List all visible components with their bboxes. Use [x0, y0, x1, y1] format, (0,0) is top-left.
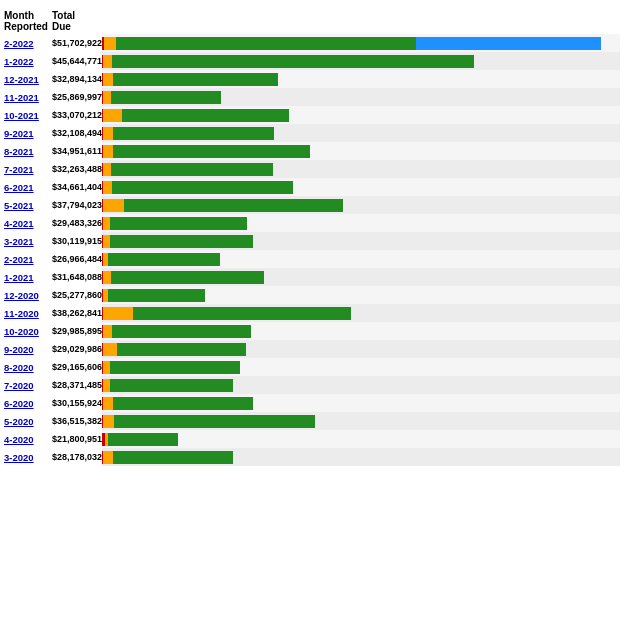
- total-value: $34,661,404: [52, 182, 102, 192]
- segment-green: [108, 289, 206, 302]
- total-value: $28,371,485: [52, 380, 102, 390]
- segment-green: [112, 55, 474, 68]
- bars-header: [102, 12, 620, 34]
- total-value: $32,894,134: [52, 74, 102, 84]
- month-link[interactable]: 4-2020: [4, 434, 52, 445]
- segment-orange: [103, 109, 122, 122]
- label-row: 11-2020$38,262,841: [4, 304, 102, 322]
- total-value: $31,648,088: [52, 272, 102, 282]
- segment-orange: [103, 379, 110, 392]
- label-row: 11-2021$25,869,997: [4, 88, 102, 106]
- label-row: 5-2020$36,515,382: [4, 412, 102, 430]
- segment-green: [117, 343, 246, 356]
- segment-green: [133, 307, 351, 320]
- month-header: MonthReported: [4, 10, 52, 32]
- segment-green: [112, 181, 293, 194]
- month-link[interactable]: 1-2022: [4, 56, 52, 67]
- segment-green: [111, 91, 221, 104]
- total-value: $26,966,484: [52, 254, 102, 264]
- label-row: 6-2021$34,661,404: [4, 178, 102, 196]
- bar-stack: [102, 325, 251, 338]
- bar-row: [102, 88, 620, 106]
- month-link[interactable]: 5-2020: [4, 416, 52, 427]
- segment-orange: [103, 181, 111, 194]
- segment-orange: [103, 55, 112, 68]
- total-value: $51,702,922: [52, 38, 102, 48]
- bar-stack: [102, 37, 601, 50]
- bar-row: [102, 196, 620, 214]
- segment-orange: [103, 325, 112, 338]
- label-row: 2-2022$51,702,922: [4, 34, 102, 52]
- label-row: 4-2020$21,800,951: [4, 430, 102, 448]
- label-row: 1-2021$31,648,088: [4, 268, 102, 286]
- bar-stack: [102, 91, 221, 104]
- month-link[interactable]: 11-2021: [4, 92, 52, 103]
- bar-row: [102, 106, 620, 124]
- bar-row: [102, 124, 620, 142]
- bar-stack: [102, 343, 246, 356]
- bar-row: [102, 34, 620, 52]
- bar-row: [102, 178, 620, 196]
- month-link[interactable]: 8-2021: [4, 146, 52, 157]
- month-link[interactable]: 12-2021: [4, 74, 52, 85]
- bar-stack: [102, 181, 293, 194]
- month-link[interactable]: 2-2021: [4, 254, 52, 265]
- bar-stack: [102, 451, 233, 464]
- month-link[interactable]: 9-2021: [4, 128, 52, 139]
- bar-stack: [102, 109, 289, 122]
- bar-stack: [102, 271, 264, 284]
- bar-row: [102, 232, 620, 250]
- month-link[interactable]: 5-2021: [4, 200, 52, 211]
- segment-green: [113, 397, 253, 410]
- bar-row: [102, 268, 620, 286]
- total-value: $25,277,860: [52, 290, 102, 300]
- month-link[interactable]: 6-2020: [4, 398, 52, 409]
- labels-column: MonthReported TotalDue 2-2022$51,702,922…: [4, 12, 102, 466]
- segment-green: [113, 73, 278, 86]
- bar-row: [102, 214, 620, 232]
- bar-stack: [102, 145, 310, 158]
- bar-stack: [102, 433, 178, 446]
- bar-stack: [102, 163, 273, 176]
- segment-green: [113, 145, 309, 158]
- segment-blue: [416, 37, 601, 50]
- month-link[interactable]: 8-2020: [4, 362, 52, 373]
- month-link[interactable]: 2-2022: [4, 38, 52, 49]
- segment-green: [111, 163, 273, 176]
- segment-orange: [103, 343, 117, 356]
- month-link[interactable]: 10-2021: [4, 110, 52, 121]
- segment-orange: [103, 91, 111, 104]
- bar-stack: [102, 307, 351, 320]
- total-value: $21,800,951: [52, 434, 102, 444]
- segment-green: [116, 37, 416, 50]
- total-value: $29,483,326: [52, 218, 102, 228]
- bar-row: [102, 250, 620, 268]
- label-row: 10-2021$33,070,212: [4, 106, 102, 124]
- month-link[interactable]: 12-2020: [4, 290, 52, 301]
- main-container: MonthReported TotalDue 2-2022$51,702,922…: [0, 0, 624, 470]
- total-value: $32,108,494: [52, 128, 102, 138]
- month-link[interactable]: 6-2021: [4, 182, 52, 193]
- month-link[interactable]: 11-2020: [4, 308, 52, 319]
- bar-stack: [102, 415, 315, 428]
- total-value: $32,263,488: [52, 164, 102, 174]
- label-row: 8-2021$34,951,611: [4, 142, 102, 160]
- segment-orange: [103, 217, 110, 230]
- segment-orange: [103, 307, 133, 320]
- month-link[interactable]: 4-2021: [4, 218, 52, 229]
- segment-orange: [103, 235, 110, 248]
- bar-stack: [102, 235, 253, 248]
- month-link[interactable]: 1-2021: [4, 272, 52, 283]
- month-link[interactable]: 9-2020: [4, 344, 52, 355]
- month-link[interactable]: 3-2020: [4, 452, 52, 463]
- month-link[interactable]: 7-2020: [4, 380, 52, 391]
- total-value: $37,794,023: [52, 200, 102, 210]
- bar-stack: [102, 289, 205, 302]
- month-link[interactable]: 7-2021: [4, 164, 52, 175]
- month-link[interactable]: 3-2021: [4, 236, 52, 247]
- month-link[interactable]: 10-2020: [4, 326, 52, 337]
- label-row: 9-2020$29,029,986: [4, 340, 102, 358]
- bar-stack: [102, 379, 233, 392]
- segment-orange: [103, 271, 111, 284]
- bar-row: [102, 448, 620, 466]
